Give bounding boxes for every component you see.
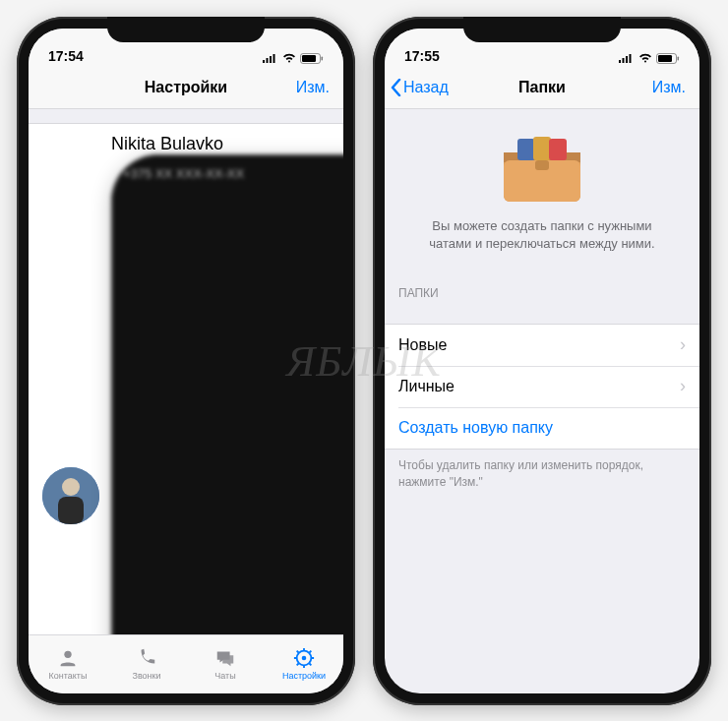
svg-rect-42 <box>658 55 672 62</box>
svg-point-8 <box>62 478 80 496</box>
tab-контакты[interactable]: Контакты <box>29 635 107 693</box>
nav-title: Папки <box>518 79 566 96</box>
tab-звонки[interactable]: Звонки <box>107 635 186 693</box>
profile-text: Nikita Bulavko +375 XX XXX-XX-XX @Nikita… <box>111 134 343 634</box>
row-label: Личные <box>398 378 680 395</box>
profile-row[interactable]: Nikita Bulavko +375 XX XXX-XX-XX @Nikita… <box>29 123 343 634</box>
row-label: Новые <box>398 336 680 354</box>
svg-rect-50 <box>535 160 549 170</box>
svg-rect-47 <box>533 137 551 160</box>
back-label: Назад <box>403 79 449 96</box>
section-footer: Чтобы удалить папку или изменить порядок… <box>385 450 699 499</box>
screen-folders: 17:55 Назад Папки Изм. <box>385 29 699 693</box>
svg-line-34 <box>310 664 312 666</box>
screen-settings: 17:54 Настройки Изм. Nikita Bulavko +375… <box>29 29 343 693</box>
status-right <box>263 53 324 64</box>
tab-настройки[interactable]: Настройки <box>265 635 343 693</box>
phone-left: 17:54 Настройки Изм. Nikita Bulavko +375… <box>17 17 355 705</box>
wifi-icon <box>638 53 652 63</box>
row-label: Создать новую папку <box>398 419 686 437</box>
phone-right: 17:55 Назад Папки Изм. <box>373 17 711 705</box>
settings-content[interactable]: Nikita Bulavko +375 XX XXX-XX-XX @Nikita… <box>29 109 343 634</box>
svg-rect-39 <box>626 56 628 63</box>
svg-rect-46 <box>517 139 535 160</box>
svg-rect-40 <box>630 54 632 63</box>
tab-bar: КонтактыЗвонкиЧатыНастройки <box>29 634 343 693</box>
svg-rect-1 <box>267 58 269 63</box>
notch <box>107 17 265 42</box>
create-folder-row[interactable]: Создать новую папку <box>385 407 699 449</box>
svg-rect-9 <box>58 497 84 524</box>
signal-icon <box>619 53 635 63</box>
signal-icon <box>263 53 278 63</box>
svg-point-28 <box>302 656 307 661</box>
svg-rect-5 <box>302 55 316 62</box>
folders-section: Новые›Личные›Создать новую папку <box>385 324 699 450</box>
wifi-icon <box>282 53 296 63</box>
nav-bar: Назад Папки Изм. <box>385 68 699 109</box>
svg-rect-3 <box>273 54 275 63</box>
tab-label: Контакты <box>49 671 88 681</box>
battery-icon <box>300 53 324 64</box>
notch <box>463 17 621 42</box>
status-time: 17:55 <box>404 48 440 64</box>
nav-bar: Настройки Изм. <box>29 68 343 109</box>
tab-label: Настройки <box>282 671 326 681</box>
folder-row[interactable]: Личные› <box>385 366 699 407</box>
chevron-icon: › <box>680 334 686 355</box>
nav-title: Настройки <box>145 79 227 96</box>
svg-line-36 <box>297 664 299 666</box>
avatar <box>42 467 99 524</box>
edit-button[interactable]: Изм. <box>652 79 686 96</box>
tab-label: Звонки <box>132 671 160 681</box>
svg-point-26 <box>64 651 71 658</box>
svg-rect-6 <box>322 56 324 60</box>
battery-icon <box>656 53 680 64</box>
chevron-icon: › <box>680 376 686 396</box>
svg-line-35 <box>310 651 312 653</box>
svg-rect-43 <box>678 56 680 60</box>
status-time: 17:54 <box>48 48 84 64</box>
status-right <box>619 53 680 64</box>
section-header: ПАПКИ <box>385 269 699 306</box>
folder-row[interactable]: Новые› <box>385 325 699 366</box>
tab-label: Чаты <box>214 671 235 681</box>
svg-rect-37 <box>619 60 621 63</box>
hero-desc: Вы можете создать папки с нужными чатами… <box>414 217 670 253</box>
svg-rect-48 <box>549 139 567 160</box>
chevron-left-icon <box>391 79 401 96</box>
profile-name: Nikita Bulavko <box>111 134 343 154</box>
svg-rect-0 <box>263 60 265 63</box>
folders-content[interactable]: Вы можете создать папки с нужными чатами… <box>385 109 699 693</box>
edit-button[interactable]: Изм. <box>296 79 330 96</box>
profile-phone: +375 XX XXX-XX-XX <box>111 154 343 634</box>
folders-hero: Вы можете создать папки с нужными чатами… <box>385 109 699 269</box>
svg-line-33 <box>297 651 299 653</box>
svg-rect-38 <box>623 58 625 63</box>
svg-rect-2 <box>270 56 272 63</box>
folder-box-icon <box>498 133 586 204</box>
back-button[interactable]: Назад <box>391 79 449 96</box>
tab-чаты[interactable]: Чаты <box>186 635 265 693</box>
